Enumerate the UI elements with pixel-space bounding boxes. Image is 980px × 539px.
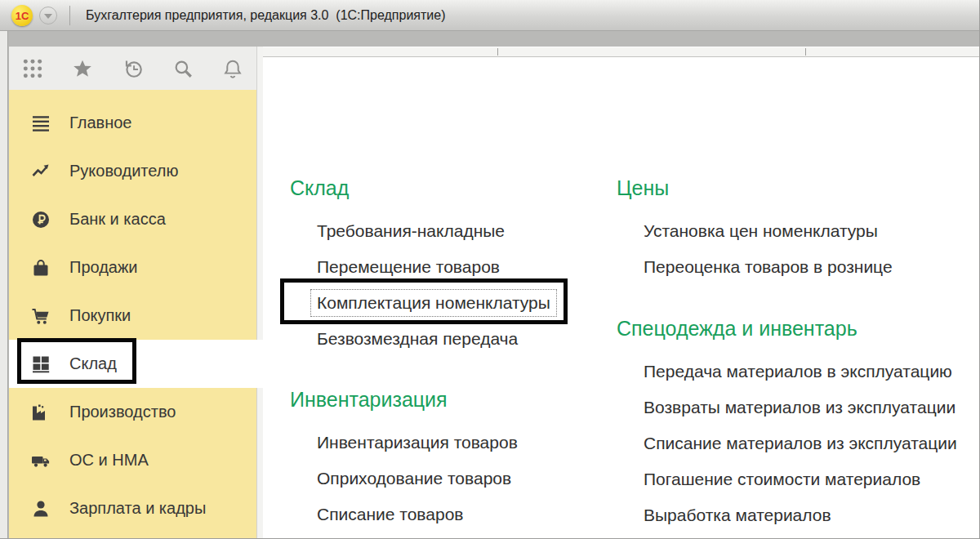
window-left-edge [0, 31, 8, 539]
sidebar-item-rukovoditelyu[interactable]: Руководителю [9, 147, 256, 195]
sidebar-item-label: Производство [69, 403, 176, 421]
sidebar-item-pokupki[interactable]: Покупки [9, 292, 256, 340]
command-link[interactable]: Выработка материалов [617, 497, 957, 533]
section-specodezhda: Спецодежда и инвентарь Передача материал… [617, 316, 957, 533]
menu-lines-icon [31, 114, 51, 133]
sidebar-item-label: Руководителю [69, 162, 178, 180]
command-link[interactable]: Переоценка товаров в рознице [617, 249, 893, 285]
shopping-cart-icon [31, 306, 51, 326]
sidebar-divider [256, 47, 263, 539]
focused-link-text[interactable]: Комплектация номенклатуры [310, 289, 557, 317]
sidebar-item-sklad[interactable]: Склад [9, 340, 263, 388]
command-link[interactable]: Безвозмездная передача [290, 321, 557, 357]
titlebar: 1С Бухгалтерия предприятия, редакция 3.0… [0, 0, 980, 31]
section-title: Склад [290, 176, 557, 200]
command-link[interactable]: Списание материалов из эксплуатации [617, 425, 957, 461]
sidebar-item-label: Зарплата и кадры [69, 499, 206, 518]
command-link[interactable]: Погашение стоимости материалов [617, 461, 957, 497]
chevron-down-icon [44, 14, 52, 19]
sidebar-item-label: Банк и касса [69, 210, 166, 229]
command-link[interactable]: Оприходование товаров [290, 461, 518, 497]
command-link[interactable]: Инвентаризация товаров [290, 425, 518, 461]
sidebar-item-label: Покупки [69, 306, 131, 325]
sidebar-item-label: Склад [69, 354, 117, 373]
command-link[interactable]: Списание товаров [290, 497, 518, 532]
1c-logo: 1С [11, 5, 33, 26]
tab[interactable] [806, 47, 980, 56]
sidebar-item-glavnoe[interactable]: Главное [9, 99, 256, 147]
sidebar-item-os-i-nma[interactable]: ОС и НМА [9, 436, 256, 484]
command-link[interactable]: Передача материалов в эксплуатацию [617, 354, 957, 390]
warehouse-icon [31, 354, 51, 374]
ruble-icon [31, 210, 51, 229]
system-menu-button[interactable] [39, 7, 57, 24]
factory-icon [31, 403, 51, 422]
section-sklad: Склад Требования-накладные Перемещение т… [290, 176, 557, 357]
sidebar-item-proizvodstvo[interactable]: Производство [9, 388, 256, 436]
tab[interactable] [263, 47, 497, 56]
sidebar-item-label: ОС и НМА [69, 451, 149, 470]
sidebar-item-label: Главное [69, 114, 131, 132]
history-icon[interactable] [121, 56, 145, 81]
app-window: 1С Бухгалтерия предприятия, редакция 3.0… [0, 0, 980, 539]
notifications-bell-icon[interactable] [220, 56, 245, 81]
sidebar-item-zarplata-i-kadry[interactable]: Зарплата и кадры [9, 484, 256, 532]
command-link[interactable]: Перемещение товаров [290, 249, 557, 285]
window-title: Бухгалтерия предприятия, редакция 3.0 (1… [86, 0, 445, 31]
main-panel: Склад Требования-накладные Перемещение т… [263, 57, 980, 539]
person-icon [31, 499, 51, 519]
section-title: Инвентаризация [290, 387, 518, 412]
sidebar-item-label: Продажи [69, 258, 138, 277]
shopping-bag-icon [31, 258, 51, 278]
favorites-star-icon[interactable] [70, 56, 95, 81]
section-inventarizaciya: Инвентаризация Инвентаризация товаров Оп… [290, 387, 518, 532]
sidebar-item-prodazhi[interactable]: Продажи [9, 243, 256, 292]
command-link[interactable]: Возвраты материалов из эксплуатации [617, 390, 957, 425]
trend-chart-icon [31, 162, 51, 181]
tab[interactable] [498, 47, 805, 56]
command-link[interactable]: Установка цен номенклатуры [617, 213, 893, 249]
search-icon[interactable] [171, 56, 195, 81]
command-link-komplektaciya[interactable]: Комплектация номенклатуры [290, 285, 557, 321]
section-title: Спецодежда и инвентарь [617, 316, 957, 341]
panel-toolbar [9, 47, 256, 90]
section-ceny: Цены Установка цен номенклатуры Переоцен… [617, 176, 893, 285]
section-title: Цены [617, 176, 893, 200]
titlebar-separator [69, 6, 70, 25]
apps-grid-icon[interactable] [20, 56, 45, 81]
sidebar: Главное Руководителю Банк и касса [9, 90, 256, 539]
sidebar-item-bank-i-kassa[interactable]: Банк и касса [9, 195, 256, 243]
tabstrip [263, 47, 980, 57]
command-link[interactable]: Требования-накладные [290, 213, 557, 249]
truck-icon [31, 451, 51, 470]
